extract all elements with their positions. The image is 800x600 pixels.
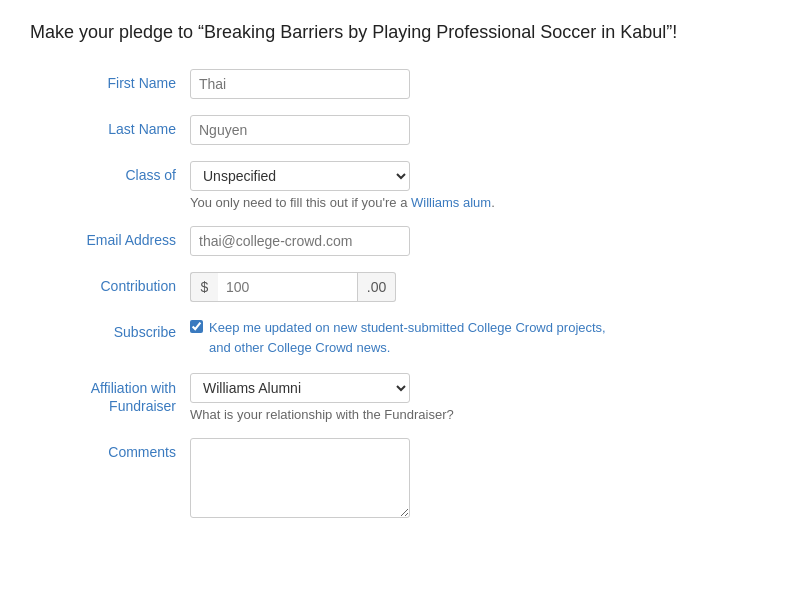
subscribe-text: Keep me updated on new student-submitted…: [209, 318, 610, 357]
affiliation-row: Affiliation with Fundraiser Williams Alu…: [30, 373, 770, 422]
comments-label: Comments: [30, 438, 190, 460]
affiliation-label: Affiliation with Fundraiser: [30, 373, 190, 415]
pledge-form: First Name Last Name Class of Unspecifie…: [30, 69, 770, 521]
email-row: Email Address: [30, 226, 770, 256]
affiliation-select[interactable]: Williams Alumni Williams Student William…: [190, 373, 410, 403]
affiliation-label-line2: Fundraiser: [109, 398, 176, 414]
subscribe-row: Subscribe Keep me updated on new student…: [30, 318, 770, 357]
subscribe-checkbox[interactable]: [190, 320, 203, 333]
williams-alum-link: Williams alum: [411, 195, 491, 210]
cents-suffix: .00: [358, 272, 396, 302]
email-field: [190, 226, 610, 256]
class-of-row: Class of Unspecified 2024 2023 2022 2021…: [30, 161, 770, 210]
first-name-field: [190, 69, 610, 99]
comments-field: [190, 438, 610, 521]
last-name-label: Last Name: [30, 115, 190, 137]
class-of-field: Unspecified 2024 2023 2022 2021 2020 201…: [190, 161, 610, 210]
contribution-input[interactable]: [218, 272, 358, 302]
email-label: Email Address: [30, 226, 190, 248]
contribution-wrapper: $ .00: [190, 272, 610, 302]
first-name-row: First Name: [30, 69, 770, 99]
first-name-input[interactable]: [190, 69, 410, 99]
class-of-helper: You only need to fill this out if you're…: [190, 195, 610, 210]
last-name-field: [190, 115, 610, 145]
affiliation-label-line1: Affiliation with: [91, 380, 176, 396]
last-name-row: Last Name: [30, 115, 770, 145]
comments-textarea[interactable]: [190, 438, 410, 518]
contribution-row: Contribution $ .00: [30, 272, 770, 302]
subscribe-label: Subscribe: [30, 318, 190, 340]
comments-row: Comments: [30, 438, 770, 521]
contribution-field: $ .00: [190, 272, 610, 302]
first-name-label: First Name: [30, 69, 190, 91]
class-of-label: Class of: [30, 161, 190, 183]
currency-symbol: $: [190, 272, 218, 302]
affiliation-helper: What is your relationship with the Fundr…: [190, 407, 610, 422]
contribution-label: Contribution: [30, 272, 190, 294]
page-title: Make your pledge to “Breaking Barriers b…: [30, 20, 770, 45]
last-name-input[interactable]: [190, 115, 410, 145]
subscribe-field: Keep me updated on new student-submitted…: [190, 318, 610, 357]
subscribe-wrapper: Keep me updated on new student-submitted…: [190, 318, 610, 357]
email-input[interactable]: [190, 226, 410, 256]
class-of-select[interactable]: Unspecified 2024 2023 2022 2021 2020 201…: [190, 161, 410, 191]
affiliation-field: Williams Alumni Williams Student William…: [190, 373, 610, 422]
